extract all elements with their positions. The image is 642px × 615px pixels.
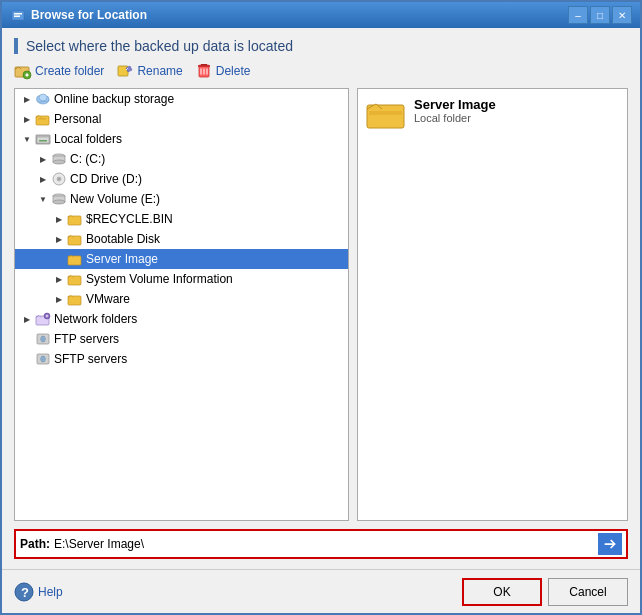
svg-point-29 [58,178,60,180]
ftp-server-icon [35,331,51,347]
ok-button[interactable]: OK [462,578,542,606]
expand-vmware[interactable]: ▶ [51,291,67,307]
detail-type: Local folder [414,112,496,124]
rename-button[interactable]: Rename [116,62,182,80]
tree-item-vmware[interactable]: ▶ VMware [15,289,348,309]
tree-item-online-backup[interactable]: ▶ Online backup storage [15,89,348,109]
personal-folder-icon [35,111,51,127]
new-volume-label: New Volume (E:) [70,192,160,206]
svg-rect-11 [201,64,207,66]
svg-point-26 [53,160,65,164]
sftp-label: SFTP servers [54,352,127,366]
expand-system-volume[interactable]: ▶ [51,271,67,287]
personal-label: Personal [54,112,101,126]
expand-network-folders[interactable]: ▶ [19,311,35,327]
tree-item-new-volume[interactable]: ▼ New Volume (E:) [15,189,348,209]
rename-label: Rename [137,64,182,78]
detail-folder-icon [366,97,406,131]
detail-name: Server Image [414,97,496,112]
local-folders-icon [35,131,51,147]
cd-drive-label: CD Drive (D:) [70,172,142,186]
expand-new-volume[interactable]: ▼ [35,191,51,207]
tree-item-sftp[interactable]: SFTP servers [15,349,348,369]
expand-bootable[interactable]: ▶ [51,231,67,247]
create-folder-label: Create folder [35,64,104,78]
c-drive-label: C: (C:) [70,152,105,166]
detail-item: Server Image Local folder [366,97,496,131]
detail-panel: Server Image Local folder [357,88,628,521]
tree-item-server-image[interactable]: Server Image [15,249,348,269]
svg-rect-2 [14,16,20,18]
main-area: ▶ Online backup storage ▶ [14,88,628,521]
expand-online-backup[interactable]: ▶ [19,91,35,107]
rename-icon [116,62,134,80]
svg-rect-51 [369,111,402,115]
svg-rect-23 [39,140,47,142]
srecycle-folder-icon [67,211,83,227]
tree-panel[interactable]: ▶ Online backup storage ▶ [14,88,349,521]
vmware-folder-icon [67,291,83,307]
go-arrow-icon [603,537,617,551]
create-folder-icon [14,62,32,80]
dialog-icon [10,7,26,23]
system-volume-label: System Volume Information [86,272,233,286]
header-section: Select where the backed up data is locat… [14,38,628,54]
dialog-title: Browse for Location [31,8,147,22]
expand-c-drive[interactable]: ▶ [35,151,51,167]
expand-local-folders[interactable]: ▼ [19,131,35,147]
tree-item-system-volume[interactable]: ▶ System Volume Information [15,269,348,289]
tree-item-srecycle[interactable]: ▶ $RECYCLE.BIN [15,209,348,229]
title-bar-text: Browse for Location [10,7,147,23]
svg-point-32 [53,200,65,204]
new-volume-icon [51,191,67,207]
create-folder-button[interactable]: Create folder [14,62,104,80]
cd-drive-icon [51,171,67,187]
expand-personal[interactable]: ▶ [19,111,35,127]
server-image-folder-icon [67,251,83,267]
help-label: Help [38,585,63,599]
delete-label: Delete [216,64,251,78]
minimize-button[interactable]: – [568,6,588,24]
system-volume-folder-icon [67,271,83,287]
cancel-button[interactable]: Cancel [548,578,628,606]
expand-cd-drive[interactable]: ▶ [35,171,51,187]
tree-item-network-folders[interactable]: ▶ Network folders [15,309,348,329]
dialog-content: Select where the backed up data is locat… [2,28,640,569]
local-folders-label: Local folders [54,132,122,146]
ok-cancel-area: OK Cancel [462,578,628,606]
path-label: Path: [20,537,50,551]
expand-srecycle[interactable]: ▶ [51,211,67,227]
server-image-label: Server Image [86,252,158,266]
bootable-folder-icon [67,231,83,247]
header-title: Select where the backed up data is locat… [26,38,293,54]
ftp-label: FTP servers [54,332,119,346]
tree-item-ftp[interactable]: FTP servers [15,329,348,349]
path-input[interactable] [54,537,594,551]
tree-item-c-drive[interactable]: ▶ C: (C:) [15,149,348,169]
help-button[interactable]: ? Help [14,582,63,602]
svg-rect-1 [14,13,22,15]
cloud-icon [35,91,51,107]
title-bar-controls: – □ ✕ [568,6,632,24]
bottom-bar: ? Help OK Cancel [2,569,640,613]
vmware-label: VMware [86,292,130,306]
delete-icon [195,62,213,80]
bootable-label: Bootable Disk [86,232,160,246]
tree-item-personal[interactable]: ▶ Personal [15,109,348,129]
srecycle-label: $RECYCLE.BIN [86,212,173,226]
tree-item-bootable[interactable]: ▶ Bootable Disk [15,229,348,249]
sftp-server-icon [35,351,51,367]
close-button[interactable]: ✕ [612,6,632,24]
network-folders-icon [35,311,51,327]
svg-point-18 [39,94,47,101]
tree-item-local-folders[interactable]: ▼ Local folders [15,129,348,149]
maximize-button[interactable]: □ [590,6,610,24]
delete-button[interactable]: Delete [195,62,251,80]
svg-rect-20 [38,118,46,120]
title-bar: Browse for Location – □ ✕ [2,2,640,28]
c-drive-icon [51,151,67,167]
toolbar: Create folder Rename [14,62,628,80]
path-go-button[interactable] [598,533,622,555]
online-backup-label: Online backup storage [54,92,174,106]
tree-item-cd-drive[interactable]: ▶ CD Drive (D:) [15,169,348,189]
